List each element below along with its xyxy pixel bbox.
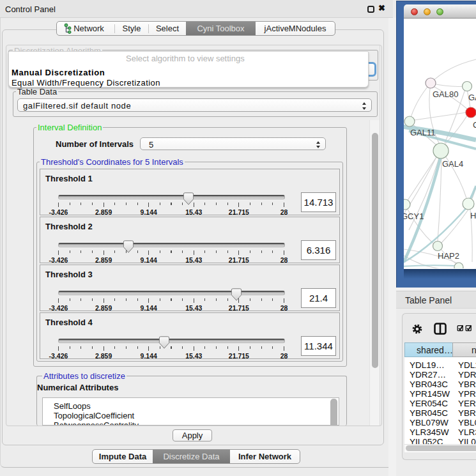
- svg-text:GAL4: GAL4: [442, 159, 463, 169]
- svg-text:C: C: [473, 120, 476, 130]
- svg-text:HAP2: HAP2: [438, 251, 459, 261]
- svg-text:GAL11: GAL11: [410, 128, 436, 137]
- svg-text:GA: GA: [468, 93, 476, 102]
- svg-text:H: H: [470, 211, 476, 220]
- svg-text:GCY1: GCY1: [404, 211, 424, 221]
- svg-text:GAL80: GAL80: [433, 89, 458, 99]
